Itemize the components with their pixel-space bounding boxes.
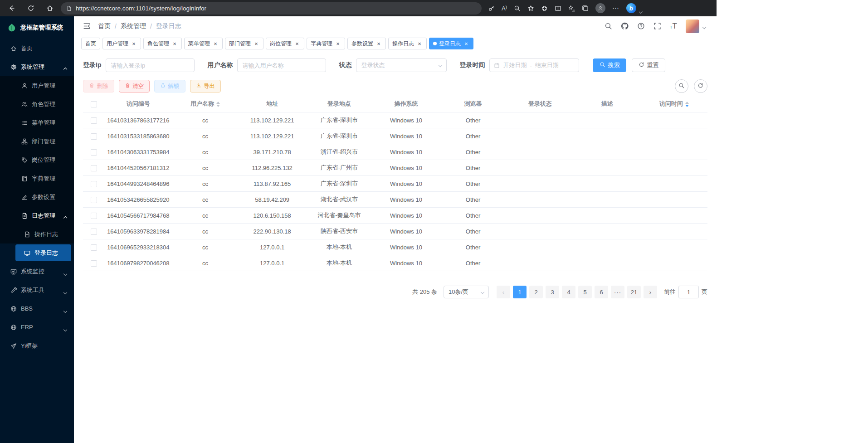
- delete-button[interactable]: 删除: [83, 80, 114, 92]
- sidebar-item-dict-mgmt[interactable]: 字典管理: [0, 169, 74, 188]
- tab-岗位管理[interactable]: 岗位管理×: [266, 38, 304, 49]
- close-icon[interactable]: ×: [416, 40, 423, 47]
- reset-button[interactable]: 重置: [632, 58, 665, 72]
- close-icon[interactable]: ×: [294, 40, 300, 47]
- sidebar-item-home[interactable]: 首页: [0, 39, 74, 58]
- close-icon[interactable]: ×: [131, 40, 137, 47]
- tab-登录日志[interactable]: 登录日志×: [429, 38, 473, 49]
- tab-首页[interactable]: 首页: [81, 38, 100, 49]
- favorites-bar-icon[interactable]: [568, 5, 575, 12]
- table-row[interactable]: 1641054566717984768cc120.6.150.158河北省-秦皇…: [83, 208, 707, 224]
- browser-refresh-button[interactable]: [27, 5, 34, 12]
- close-icon[interactable]: ×: [375, 40, 382, 47]
- browser-profile-avatar[interactable]: [595, 3, 605, 13]
- collections-icon[interactable]: [582, 5, 589, 12]
- tab-参数设置[interactable]: 参数设置×: [347, 38, 386, 49]
- fullscreen-icon[interactable]: [653, 22, 661, 30]
- table-row[interactable]: 1641044520567181312cc112.96.225.132广东省-广…: [83, 160, 707, 176]
- search-button[interactable]: 搜索: [593, 58, 626, 72]
- read-aloud-icon[interactable]: A): [502, 5, 507, 12]
- close-icon[interactable]: ×: [253, 40, 259, 47]
- table-row[interactable]: 1641053426655825920cc58.19.42.209湖北省-武汉市…: [83, 192, 707, 208]
- user-avatar[interactable]: [686, 19, 699, 33]
- browser-home-button[interactable]: [46, 5, 54, 12]
- sidebar-item-user-mgmt[interactable]: 用户管理: [0, 76, 74, 95]
- page-button-1[interactable]: 1: [513, 286, 527, 298]
- close-icon[interactable]: ×: [171, 40, 178, 47]
- tab-用户管理[interactable]: 用户管理×: [102, 38, 141, 49]
- browser-back-button[interactable]: [8, 5, 15, 12]
- sidebar-item-role-mgmt[interactable]: 角色管理: [0, 95, 74, 113]
- row-checkbox[interactable]: [91, 229, 97, 235]
- tab-字典管理[interactable]: 字典管理×: [307, 38, 345, 49]
- sidebar-item-system-tools[interactable]: 系统工具: [0, 281, 74, 299]
- zoom-out-icon[interactable]: [514, 5, 521, 12]
- row-checkbox[interactable]: [91, 133, 97, 140]
- row-checkbox[interactable]: [91, 117, 97, 124]
- row-checkbox[interactable]: [91, 165, 97, 171]
- page-button-5[interactable]: 5: [578, 286, 592, 298]
- extensions-icon[interactable]: [541, 5, 548, 12]
- page-button-3[interactable]: 3: [546, 286, 559, 298]
- table-row[interactable]: 1641069652933218304cc127.0.0.1本地-本机Windo…: [83, 239, 707, 255]
- export-button[interactable]: 导出: [190, 80, 221, 92]
- more-icon[interactable]: ⋯: [612, 4, 619, 12]
- sidebar-item-log-mgmt[interactable]: 日志管理: [0, 206, 74, 225]
- github-icon[interactable]: [621, 22, 629, 30]
- close-icon[interactable]: ×: [212, 40, 219, 47]
- browser-url-bar[interactable]: https://ccnetcore.com:1101/system/log/lo…: [61, 2, 482, 15]
- password-key-icon[interactable]: [488, 5, 495, 12]
- tab-部门管理[interactable]: 部门管理×: [225, 38, 263, 49]
- toggle-search-button[interactable]: [675, 79, 688, 93]
- column-header[interactable]: 访问时间: [640, 96, 707, 112]
- sidebar-item-menu-mgmt[interactable]: 菜单管理: [0, 113, 74, 132]
- prev-page-button[interactable]: ‹: [497, 286, 510, 298]
- sidebar-item-system-mgmt[interactable]: 系统管理: [0, 58, 74, 76]
- unlock-button[interactable]: 解锁: [154, 80, 185, 92]
- search-icon[interactable]: [605, 22, 612, 30]
- row-checkbox[interactable]: [91, 213, 97, 219]
- table-row[interactable]: 1641059633978281984cc222.90.130.18陕西省-西安…: [83, 224, 707, 239]
- sidebar-item-dept-mgmt[interactable]: 部门管理: [0, 132, 74, 151]
- breadcrumb-item[interactable]: 系统管理: [121, 22, 146, 30]
- split-screen-icon[interactable]: [555, 5, 561, 12]
- sidebar-item-erp[interactable]: ERP: [0, 318, 74, 336]
- breadcrumb-item[interactable]: 首页: [98, 22, 111, 30]
- tab-角色管理[interactable]: 角色管理×: [143, 38, 182, 49]
- row-checkbox[interactable]: [91, 244, 97, 251]
- table-row[interactable]: 1641044993248464896cc113.87.92.165广东省-深圳…: [83, 176, 707, 192]
- row-checkbox[interactable]: [91, 181, 97, 187]
- select-all-checkbox[interactable]: [91, 101, 97, 107]
- sidebar-item-param-settings[interactable]: 参数设置: [0, 188, 74, 206]
- close-icon[interactable]: ×: [335, 40, 341, 47]
- page-size-select[interactable]: 10条/页: [444, 286, 489, 298]
- username-input[interactable]: [237, 58, 326, 72]
- font-size-icon[interactable]: TT: [670, 22, 677, 31]
- row-checkbox[interactable]: [91, 197, 97, 203]
- goto-page-input[interactable]: [678, 286, 699, 298]
- table-row[interactable]: 1641043063331753984cc39.171.210.78浙江省-绍兴…: [83, 144, 707, 160]
- page-button-6[interactable]: 6: [595, 286, 608, 298]
- table-row[interactable]: 1641031367863177216cc113.102.129.221广东省-…: [83, 112, 707, 128]
- sidebar-item-operation-log[interactable]: 操作日志: [0, 225, 74, 243]
- page-button-4[interactable]: 4: [562, 286, 575, 298]
- sidebar-item-yi-framework[interactable]: Yi框架: [0, 336, 74, 355]
- date-range-picker[interactable]: 开始日期 - 结束日期: [489, 58, 579, 72]
- chevron-down-icon[interactable]: [639, 10, 642, 13]
- sort-caret-icon[interactable]: [685, 102, 689, 107]
- more-pages-button[interactable]: ···: [611, 286, 624, 298]
- sidebar-collapse-icon[interactable]: [83, 22, 91, 30]
- clear-button[interactable]: 清空: [119, 80, 150, 92]
- row-checkbox[interactable]: [91, 260, 97, 267]
- tab-菜单管理[interactable]: 菜单管理×: [184, 38, 223, 49]
- page-button-21[interactable]: 21: [627, 286, 641, 298]
- table-row[interactable]: 1641031533185863680cc113.102.129.221广东省-…: [83, 128, 707, 144]
- favorites-add-icon[interactable]: [527, 5, 534, 12]
- help-icon[interactable]: [637, 22, 645, 30]
- close-icon[interactable]: ×: [463, 40, 469, 47]
- page-button-2[interactable]: 2: [529, 286, 543, 298]
- sort-caret-icon[interactable]: [216, 102, 220, 107]
- next-page-button[interactable]: ›: [644, 286, 657, 298]
- sidebar-item-bbs[interactable]: BBS: [0, 299, 74, 318]
- sidebar-item-login-log[interactable]: 登录日志: [15, 244, 71, 261]
